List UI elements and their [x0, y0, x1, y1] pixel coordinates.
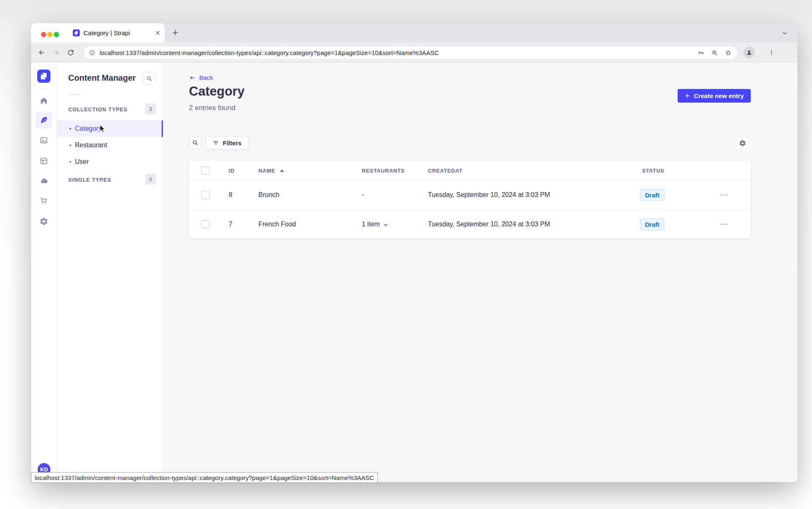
new-tab-button[interactable] — [171, 29, 179, 37]
restaurants-count-label: 1 item — [362, 221, 380, 228]
header-id[interactable]: ID — [229, 167, 234, 173]
header-name-label: NAME — [258, 167, 275, 173]
cloud-icon[interactable] — [36, 173, 52, 189]
header-restaurants[interactable]: RESTAURANTS — [362, 167, 405, 173]
sidebar-item-restaurant[interactable]: Restaurant — [57, 137, 163, 154]
row-actions-icon[interactable] — [720, 194, 727, 196]
browser-reload-button[interactable] — [67, 48, 75, 57]
main-nav-rail: KD — [31, 62, 57, 482]
nav-divider — [38, 89, 50, 89]
bullet-icon — [69, 128, 71, 130]
gear-icon — [739, 139, 746, 147]
home-icon[interactable] — [36, 92, 52, 109]
sidebar-item-label: User — [75, 158, 89, 166]
entries-table: ID NAME RESTAURANTS CREATEDAT STATUS 8 B… — [189, 161, 751, 238]
chevron-down-icon — [384, 224, 388, 227]
back-link[interactable]: Back — [189, 74, 213, 81]
collection-types-label: COLLECTION TYPES — [68, 106, 128, 113]
table-row[interactable]: 7 French Food 1 item Tuesday, September … — [189, 209, 751, 238]
content-type-builder-icon[interactable] — [36, 153, 52, 169]
cell-restaurants-dropdown[interactable]: 1 item — [362, 221, 388, 228]
filters-button[interactable]: Filters — [205, 136, 248, 149]
plus-icon — [685, 93, 690, 98]
sidebar-item-user[interactable]: User — [57, 154, 163, 170]
strapi-admin-content: KD Content Manager COLLECTION TYPES 3 Ca… — [31, 62, 798, 482]
entries-count-text: 2 entries found — [189, 104, 235, 112]
page-title: Category — [189, 84, 244, 99]
status-badge: Draft — [640, 189, 664, 201]
sidebar-item-label: Restaurant — [75, 142, 107, 149]
sort-ascending-icon — [280, 169, 284, 172]
header-name[interactable]: NAME — [258, 167, 284, 173]
panel-search-button[interactable] — [143, 72, 156, 85]
row-checkbox[interactable] — [201, 220, 210, 228]
single-types-count-badge: 0 — [145, 174, 156, 185]
status-bar-url: localhost:1337/admin/content-manager/col… — [31, 472, 378, 483]
content-manager-panel: Content Manager COLLECTION TYPES 3 Categ… — [57, 62, 163, 482]
panel-divider — [68, 94, 81, 95]
cell-id: 8 — [229, 191, 232, 199]
password-key-icon[interactable] — [697, 49, 704, 56]
table-row[interactable]: 8 Brunch - Tuesday, September 10, 2024 a… — [189, 180, 751, 209]
marketplace-cart-icon[interactable] — [36, 192, 52, 209]
cell-createdat: Tuesday, September 10, 2024 at 3:03 PM — [428, 221, 550, 228]
close-window-button[interactable] — [41, 32, 46, 37]
row-checkbox[interactable] — [201, 191, 210, 199]
filter-icon — [213, 139, 219, 146]
create-new-entry-label: Create new entry — [694, 92, 744, 99]
back-label: Back — [199, 74, 213, 81]
media-library-icon[interactable] — [36, 132, 52, 149]
content-manager-feather-icon[interactable] — [36, 112, 52, 128]
main-view: Back Category 2 entries found Create new… — [163, 62, 798, 482]
settings-gear-icon[interactable] — [36, 213, 52, 230]
browser-tab-strip: Category | Strapi — [31, 23, 798, 43]
bullet-icon — [69, 161, 71, 163]
bookmark-star-icon[interactable] — [725, 49, 731, 56]
active-tab-region: Category | Strapi — [31, 23, 165, 43]
sidebar-item-category[interactable]: Category — [57, 120, 163, 137]
row-actions-icon[interactable] — [720, 223, 727, 225]
browser-profile-avatar[interactable] — [743, 47, 755, 58]
table-header-row: ID NAME RESTAURANTS CREATEDAT STATUS — [189, 161, 751, 180]
filters-label: Filters — [223, 139, 241, 146]
browser-forward-button[interactable] — [52, 48, 60, 57]
header-status[interactable]: STATUS — [642, 167, 664, 173]
table-search-button[interactable] — [189, 137, 201, 149]
sidebar-item-label: Category — [75, 125, 102, 132]
bullet-icon — [69, 144, 71, 146]
table-settings-button[interactable] — [736, 137, 749, 150]
create-new-entry-button[interactable]: Create new entry — [678, 89, 751, 103]
address-bar[interactable]: localhost:1337/admin/content-manager/col… — [84, 46, 737, 59]
browser-back-button[interactable] — [38, 48, 46, 57]
status-badge: Draft — [640, 218, 664, 230]
site-info-icon[interactable] — [89, 49, 96, 56]
tab-title: Category | Strapi — [84, 29, 130, 36]
cell-name: French Food — [258, 221, 296, 228]
search-icon — [192, 139, 198, 146]
select-all-checkbox[interactable] — [201, 166, 210, 175]
strapi-logo[interactable] — [37, 70, 50, 83]
single-types-label: SINGLE TYPES — [68, 177, 111, 183]
cell-createdat: Tuesday, September 10, 2024 at 3:03 PM — [428, 191, 550, 199]
zoom-window-button[interactable] — [54, 32, 59, 37]
cell-id: 7 — [229, 221, 232, 228]
browser-window: Category | Strapi localhost:1337/admin/c… — [31, 23, 798, 482]
browser-toolbar: localhost:1337/admin/content-manager/col… — [31, 43, 798, 62]
cell-name: Brunch — [258, 191, 279, 199]
tab-close-icon[interactable] — [155, 30, 161, 36]
browser-menu-icon[interactable] — [768, 48, 775, 57]
collection-types-count-badge: 3 — [145, 103, 156, 114]
url-text: localhost:1337/admin/content-manager/col… — [100, 49, 691, 56]
strapi-favicon-icon — [73, 29, 80, 36]
header-createdat[interactable]: CREATEDAT — [428, 167, 463, 173]
cell-restaurants: - — [362, 191, 364, 199]
panel-title: Content Manager — [68, 73, 136, 83]
tab-list-chevron-icon[interactable] — [782, 30, 788, 36]
mouse-cursor — [98, 124, 107, 133]
zoom-level-icon[interactable] — [711, 49, 718, 56]
minimize-window-button[interactable] — [47, 32, 53, 37]
